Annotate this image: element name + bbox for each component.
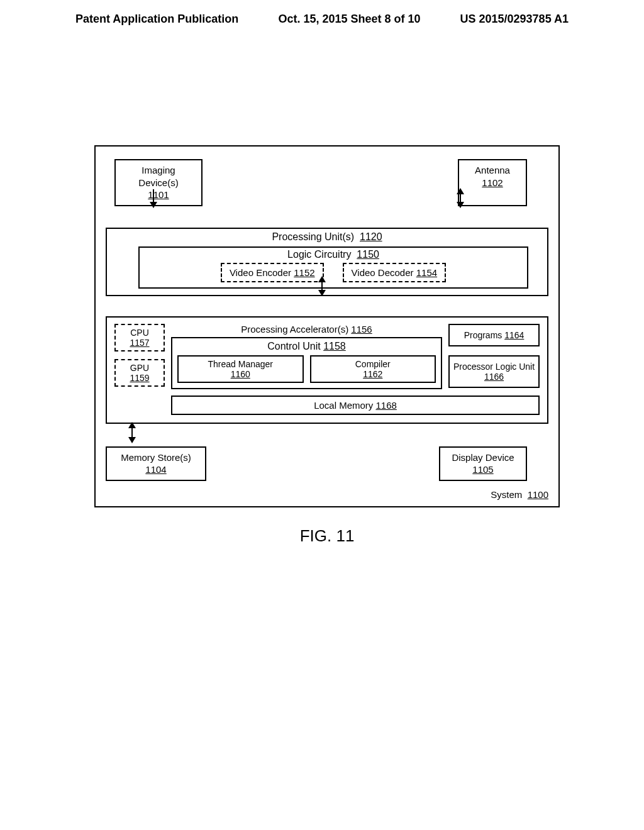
header-left: Patent Application Publication — [75, 13, 238, 26]
logic-circuitry-block: Logic Circuitry 1150 Video Encoder 1152 … — [138, 246, 528, 289]
compiler-block: Compiler 1162 — [310, 355, 436, 383]
logic-unit-ref: 1166 — [484, 372, 504, 382]
antenna-ref: 1102 — [482, 177, 502, 189]
logic-label: Logic Circuitry — [287, 249, 351, 260]
right-column: Programs 1164 Processor Logic Unit 1166 — [448, 324, 540, 388]
logic-unit-label: Processor Logic Unit — [453, 362, 535, 372]
processing-unit-ref: 1120 — [360, 231, 382, 243]
video-encoder-block: Video Encoder 1152 — [221, 263, 324, 282]
header-middle: Oct. 15, 2015 Sheet 8 of 10 — [278, 13, 420, 26]
gpu-label: GPU — [130, 363, 149, 373]
decoder-ref: 1154 — [416, 267, 437, 278]
thread-mgr-label: Thread Manager — [208, 359, 273, 369]
antenna-block: Antenna 1102 — [458, 159, 527, 206]
gpu-ref: 1159 — [130, 373, 149, 383]
antenna-label: Antenna — [475, 165, 510, 175]
accel-label: Processing Accelerator(s) — [241, 324, 348, 335]
control-unit-label: Control Unit — [267, 341, 320, 351]
encoder-label: Video Encoder — [230, 267, 291, 278]
cpu-gpu-column: CPU 1157 GPU 1159 — [114, 324, 165, 387]
imaging-label: Imaging Device(s) — [138, 165, 178, 188]
display-ref: 1105 — [472, 463, 493, 476]
local-mem-label: Local Memory — [314, 400, 373, 411]
mem-store-label: Memory Store(s) — [121, 452, 191, 463]
compiler-ref: 1162 — [363, 369, 382, 379]
page-header: Patent Application Publication Oct. 15, … — [0, 0, 644, 32]
local-memory-block: Local Memory 1168 — [171, 396, 540, 415]
header-right: US 2015/0293785 A1 — [460, 13, 569, 26]
display-device-block: Display Device 1105 — [439, 446, 527, 481]
center-column: Processing Accelerator(s) 1156 Control U… — [171, 324, 442, 396]
control-unit-ref: 1158 — [323, 341, 346, 352]
programs-ref: 1164 — [504, 330, 524, 340]
system-box: Imaging Device(s) 1101 Antenna 1102 Proc… — [94, 145, 560, 507]
encoder-ref: 1152 — [294, 267, 314, 278]
decoder-label: Video Decoder — [352, 267, 414, 278]
system-ref: 1100 — [528, 489, 548, 500]
top-row: Imaging Device(s) 1101 Antenna 1102 — [106, 159, 548, 206]
arrow-proc-accel-bidir-icon — [316, 276, 328, 296]
accelerator-section: CPU 1157 GPU 1159 Processing Accelerator… — [106, 316, 548, 424]
programs-label: Programs — [464, 330, 502, 340]
accel-ref: 1156 — [351, 324, 372, 335]
logic-unit-block: Processor Logic Unit 1166 — [448, 355, 540, 388]
svg-marker-1 — [150, 202, 157, 208]
cpu-block: CPU 1157 — [114, 324, 165, 351]
figure-label: FIG. 11 — [94, 526, 560, 546]
memory-store-block: Memory Store(s) 1104 — [106, 446, 206, 481]
system-label: System 1100 — [491, 489, 548, 500]
cpu-label: CPU — [130, 328, 149, 338]
arrow-antenna-bidir-icon — [454, 188, 467, 208]
encoder-decoder-row: Video Encoder 1152 Video Decoder 1154 — [143, 263, 523, 282]
mem-store-ref: 1104 — [145, 463, 166, 476]
accelerator-label-row: Processing Accelerator(s) 1156 — [171, 324, 442, 335]
system-text: System — [491, 489, 522, 500]
display-label: Display Device — [452, 452, 514, 463]
svg-marker-7 — [318, 290, 326, 296]
arrow-imaging-down-icon — [147, 189, 160, 208]
programs-block: Programs 1164 — [448, 324, 540, 346]
svg-marker-4 — [457, 202, 464, 208]
svg-marker-10 — [128, 437, 136, 443]
video-decoder-block: Video Decoder 1154 — [343, 263, 447, 282]
arrow-mem-bidir-icon — [126, 422, 138, 443]
thread-manager-block: Thread Manager 1160 — [177, 355, 304, 383]
bottom-row: Memory Store(s) 1104 Display Device 1105 — [106, 446, 548, 481]
processing-unit-label: Processing Unit(s) — [272, 231, 354, 242]
local-mem-ref: 1168 — [376, 400, 397, 411]
cpu-ref: 1157 — [130, 338, 149, 348]
diagram-area: Imaging Device(s) 1101 Antenna 1102 Proc… — [94, 145, 560, 546]
compiler-label: Compiler — [355, 359, 391, 369]
logic-ref: 1150 — [357, 249, 379, 260]
thread-mgr-ref: 1160 — [231, 369, 250, 379]
control-unit-block: Control Unit 1158 Thread Manager 1160 Co… — [171, 337, 442, 389]
gpu-block: GPU 1159 — [114, 359, 165, 387]
